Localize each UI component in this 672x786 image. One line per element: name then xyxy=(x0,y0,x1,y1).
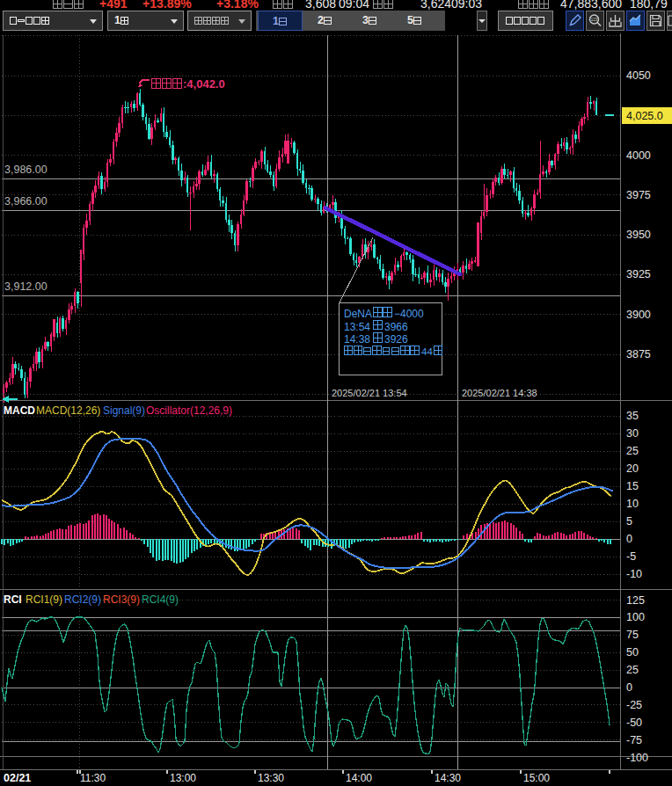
svg-text:DeNA: DeNA xyxy=(344,308,372,320)
svg-text:3926: 3926 xyxy=(384,333,408,346)
svg-text:-75: -75 xyxy=(626,734,642,746)
svg-text:RCI4(9): RCI4(9) xyxy=(142,593,179,606)
svg-text:RCI3(9): RCI3(9) xyxy=(103,593,140,606)
svg-text:-5: -5 xyxy=(626,550,636,563)
svg-text:4000: 4000 xyxy=(626,149,651,162)
svg-text:MACD(12,26): MACD(12,26) xyxy=(36,404,100,417)
svg-text:3,986.00: 3,986.00 xyxy=(4,164,47,176)
svg-text:4050: 4050 xyxy=(626,69,651,82)
svg-text:3900: 3900 xyxy=(626,309,651,321)
svg-text:14:30: 14:30 xyxy=(435,772,461,784)
svg-text:2025/02/21 13:54: 2025/02/21 13:54 xyxy=(332,388,407,398)
svg-text:75: 75 xyxy=(626,629,639,641)
svg-text:14:38: 14:38 xyxy=(344,333,370,346)
svg-text:RCI2(9): RCI2(9) xyxy=(64,593,101,606)
svg-text:30: 30 xyxy=(626,427,639,440)
svg-text:5: 5 xyxy=(626,515,632,528)
svg-text:02/21: 02/21 xyxy=(4,772,31,784)
svg-text:RCI: RCI xyxy=(4,593,22,606)
svg-text:3966: 3966 xyxy=(384,321,408,333)
svg-text:15:00: 15:00 xyxy=(523,772,550,784)
svg-text:4,025.0: 4,025.0 xyxy=(626,110,663,122)
svg-text:13:00: 13:00 xyxy=(170,772,196,784)
svg-text:Oscillator(12,26,9): Oscillator(12,26,9) xyxy=(146,404,232,417)
svg-text:Signal(9): Signal(9) xyxy=(103,404,145,417)
svg-text:25: 25 xyxy=(626,445,639,457)
svg-text:125: 125 xyxy=(626,594,645,607)
svg-text:10: 10 xyxy=(626,498,639,510)
svg-text:35: 35 xyxy=(626,410,639,422)
svg-text:11:30: 11:30 xyxy=(80,772,106,784)
svg-text:3950: 3950 xyxy=(626,229,651,241)
svg-text:44: 44 xyxy=(421,346,433,357)
svg-text:15: 15 xyxy=(626,480,639,492)
svg-text:3925: 3925 xyxy=(626,268,651,280)
svg-text:100: 100 xyxy=(626,611,645,623)
svg-text:25: 25 xyxy=(626,664,639,676)
svg-text:3,912.00: 3,912.00 xyxy=(4,280,47,293)
svg-text:-100: -100 xyxy=(626,752,648,764)
svg-text:2025/02/21 14:38: 2025/02/21 14:38 xyxy=(462,388,537,398)
svg-text:0: 0 xyxy=(626,533,632,545)
svg-text:3,966.00: 3,966.00 xyxy=(4,195,47,207)
svg-text:50: 50 xyxy=(626,646,639,659)
svg-text:20: 20 xyxy=(626,462,639,475)
svg-text:13:30: 13:30 xyxy=(258,772,284,784)
svg-text:3975: 3975 xyxy=(626,189,651,201)
svg-text::4,042.0: :4,042.0 xyxy=(183,77,225,91)
svg-text:-10: -10 xyxy=(626,568,642,580)
svg-text:MACD: MACD xyxy=(4,404,35,417)
svg-text:13:54: 13:54 xyxy=(344,321,370,333)
svg-text:14:00: 14:00 xyxy=(346,772,372,784)
svg-text:123: 123 xyxy=(591,18,598,22)
svg-text:−4000: −4000 xyxy=(394,308,424,320)
svg-text:RCI1(9): RCI1(9) xyxy=(26,593,62,606)
svg-text:3875: 3875 xyxy=(626,348,651,360)
svg-text:-25: -25 xyxy=(626,699,642,711)
svg-text:0: 0 xyxy=(626,681,632,694)
svg-text:-50: -50 xyxy=(626,717,642,729)
